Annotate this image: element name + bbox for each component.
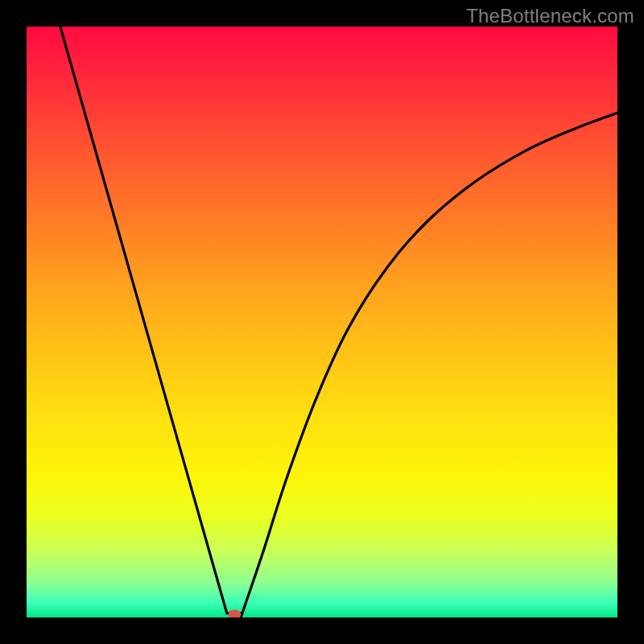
watermark-text: TheBottleneck.com [466, 5, 634, 27]
bottleneck-curve [60, 27, 617, 617]
plot-area [27, 27, 617, 617]
chart-svg [27, 27, 617, 617]
minimum-marker [228, 609, 241, 617]
chart-frame: TheBottleneck.com [0, 0, 644, 644]
curve-group [60, 27, 617, 617]
